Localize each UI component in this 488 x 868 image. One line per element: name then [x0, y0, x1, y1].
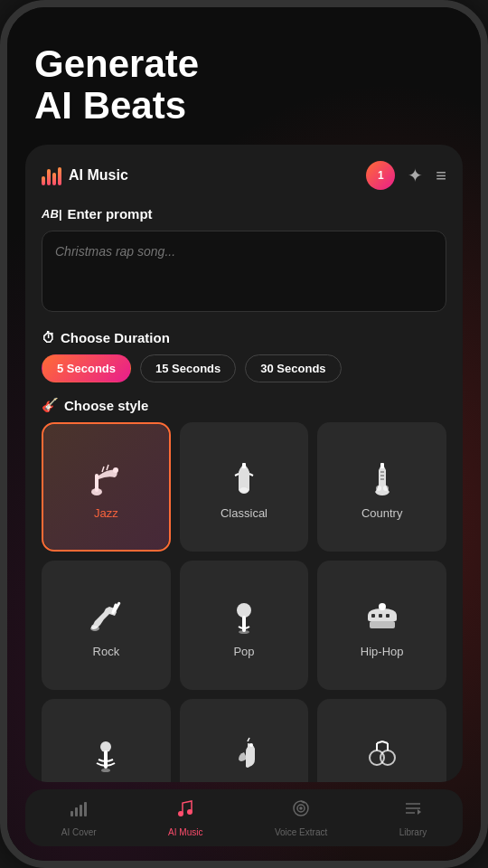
bottom-nav-voice-extract[interactable]: Voice Extract: [275, 798, 327, 837]
style-section: 🎸 Choose style: [42, 397, 446, 782]
duration-chips: 5 Seconds 15 Seconds 30 Seconds: [42, 354, 446, 382]
voice-extract-label: Voice Extract: [275, 827, 327, 837]
bottom-nav-library[interactable]: Library: [399, 798, 427, 837]
style-label-country: Country: [361, 506, 403, 520]
bottom-nav: AI Cover AI Music: [25, 789, 463, 846]
svg-point-17: [90, 626, 99, 631]
style-card-jazz[interactable]: Jazz: [42, 422, 171, 552]
style-card-classical[interactable]: Classical: [180, 422, 309, 552]
svg-rect-21: [370, 621, 395, 628]
bottom-nav-ai-cover[interactable]: AI Cover: [61, 798, 97, 837]
svg-point-10: [383, 486, 389, 491]
prompt-label: AB| Enter prompt: [42, 206, 446, 222]
nav-title: AI Music: [69, 167, 128, 184]
svg-rect-38: [75, 807, 78, 816]
svg-rect-23: [371, 614, 375, 618]
style-card-blues[interactable]: Blues: [180, 699, 309, 782]
reggae-icon: [361, 734, 404, 778]
svg-point-29: [249, 743, 253, 747]
card-nav: AI Music 1 ✦ ≡: [42, 161, 446, 190]
notification-badge[interactable]: 1: [366, 161, 395, 190]
phone-frame: Generate AI Beats AI Music: [0, 0, 488, 868]
svg-line-7: [249, 474, 253, 476]
duration-section: ⏱ Choose Duration 5 Seconds 15 Seconds 3…: [42, 330, 446, 382]
svg-point-8: [239, 487, 249, 493]
header-area: Generate AI Beats: [7, 7, 481, 136]
voice-extract-icon: [291, 798, 311, 824]
svg-point-28: [101, 769, 110, 772]
svg-rect-11: [380, 463, 384, 468]
classical-icon: [222, 458, 266, 501]
guitar-icon: 🎸: [42, 397, 59, 413]
bars-icon: [42, 165, 61, 185]
svg-line-35: [377, 741, 382, 743]
svg-point-32: [380, 750, 395, 765]
svg-rect-24: [379, 614, 382, 618]
svg-line-30: [248, 738, 249, 741]
svg-point-42: [187, 809, 192, 815]
duration-chip-30s[interactable]: 30 Seconds: [245, 354, 341, 382]
page-title: Generate AI Beats: [34, 43, 454, 127]
svg-marker-50: [418, 809, 421, 815]
rock-icon: [84, 596, 127, 639]
style-label-hiphop: Hip-Hop: [361, 645, 404, 658]
ai-music-label: AI Music: [168, 827, 202, 837]
style-grid: Jazz Classical: [42, 422, 446, 782]
svg-rect-40: [84, 802, 87, 816]
prompt-input[interactable]: [42, 231, 446, 312]
hiphop-icon: [361, 596, 404, 639]
svg-rect-5: [242, 463, 246, 468]
svg-line-6: [235, 474, 239, 476]
ai-cover-icon: [69, 798, 89, 824]
star-icon[interactable]: ✦: [408, 165, 423, 186]
svg-rect-39: [80, 805, 82, 816]
ai-music-icon: [175, 798, 195, 824]
svg-point-18: [237, 603, 251, 618]
style-card-pop[interactable]: Pop: [180, 561, 309, 690]
duration-chip-5s[interactable]: 5 Seconds: [42, 354, 131, 382]
duration-label: ⏱ Choose Duration: [42, 330, 446, 345]
style-label-pop: Pop: [233, 645, 254, 658]
style-card-rnb[interactable]: R&B: [42, 699, 171, 782]
selected-bg: [43, 424, 169, 550]
bottom-nav-ai-music[interactable]: AI Music: [168, 798, 202, 837]
nav-actions: 1 ✦ ≡: [366, 161, 446, 190]
svg-point-22: [379, 603, 386, 610]
library-label: Library: [399, 827, 427, 837]
notification-count: 1: [378, 169, 384, 182]
rnb-icon: [84, 734, 127, 778]
blues-icon: [222, 734, 266, 778]
phone-content: Generate AI Beats AI Music: [7, 7, 481, 861]
duration-chip-15s[interactable]: 15 Seconds: [140, 354, 236, 382]
nav-logo: AI Music: [42, 165, 366, 185]
svg-line-36: [382, 741, 388, 743]
svg-point-41: [178, 811, 183, 816]
main-card: AI Music 1 ✦ ≡ AB| Enter prompt ⏱: [25, 145, 463, 782]
svg-rect-37: [70, 811, 73, 816]
bar4: [58, 167, 61, 185]
bar1: [42, 176, 45, 185]
style-label: 🎸 Choose style: [42, 397, 446, 413]
bar3: [52, 173, 56, 185]
style-card-rock[interactable]: Rock: [42, 561, 171, 690]
menu-icon[interactable]: ≡: [436, 165, 446, 186]
svg-point-9: [376, 486, 381, 491]
clock-icon: ⏱: [42, 330, 55, 345]
country-icon: [361, 458, 404, 501]
bar2: [47, 169, 51, 185]
pop-icon: [222, 596, 266, 639]
svg-point-20: [239, 630, 249, 634]
style-card-reggae[interactable]: Reggae: [317, 699, 446, 782]
library-icon: [403, 798, 423, 824]
style-card-hiphop[interactable]: Hip-Hop: [317, 561, 446, 690]
style-label-classical: Classical: [221, 506, 267, 520]
style-label-rock: Rock: [93, 645, 120, 658]
svg-rect-25: [386, 614, 389, 618]
ai-cover-label: AI Cover: [61, 827, 97, 837]
style-card-country[interactable]: Country: [317, 422, 446, 552]
svg-point-45: [300, 807, 302, 809]
svg-rect-19: [242, 616, 246, 632]
prompt-icon: AB|: [42, 207, 61, 221]
